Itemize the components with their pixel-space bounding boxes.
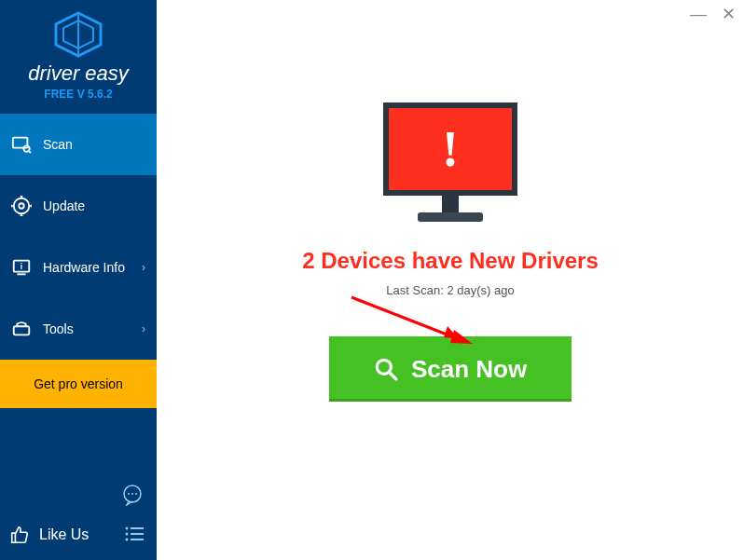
sidebar-item-label: Update [43,198,85,213]
menu-icon[interactable] [123,523,145,545]
hardware-icon: i [11,257,32,278]
headline-text: 2 Devices have New Drivers [302,248,599,274]
svg-point-18 [126,533,129,536]
svg-rect-9 [17,273,25,275]
tools-icon [11,319,32,339]
sidebar-bottom: Like Us [0,517,157,560]
svg-line-23 [389,372,396,379]
monitor-screen: ! [383,102,517,196]
svg-text:i: i [21,263,22,271]
scan-now-button[interactable]: Scan Now [329,336,572,402]
version-label: FREE V 5.6.2 [0,88,157,101]
monitor-base [418,212,483,222]
logo-area: driver easy FREE V 5.6.2 [0,0,157,114]
monitor-stand [442,196,459,212]
feedback-icon[interactable] [121,484,144,506]
brand-name: driver easy [0,61,157,86]
scan-button-label: Scan Now [411,355,527,384]
chevron-right-icon: › [142,261,145,274]
sidebar-item-update[interactable]: Update [0,175,157,237]
sidebar-item-label: Tools [43,321,74,336]
svg-point-13 [128,493,130,495]
sidebar: driver easy FREE V 5.6.2 Scan Update [0,0,157,560]
alert-monitor-icon: ! [383,102,517,222]
svg-point-14 [131,493,133,495]
minimize-button[interactable]: — [688,4,709,24]
scan-icon [11,134,32,155]
exclamation-icon: ! [442,124,459,174]
sidebar-item-label: Hardware Info [43,260,125,275]
get-pro-button[interactable]: Get pro version [0,360,157,408]
sidebar-item-hardware[interactable]: i Hardware Info › [0,237,157,298]
thumbs-up-icon [9,525,30,545]
app-logo-icon [52,11,104,58]
main-panel: — ✕ ! 2 Devices have New Drivers Last Sc… [157,0,744,560]
close-button[interactable]: ✕ [718,4,738,24]
svg-line-5 [29,151,31,153]
get-pro-label: Get pro version [34,376,123,391]
sidebar-item-label: Scan [43,137,73,152]
update-icon [11,196,32,216]
window-controls: — ✕ [688,4,738,24]
svg-point-7 [19,203,24,209]
sidebar-nav: Scan Update i Hardware Info › Too [0,114,157,360]
chevron-right-icon: › [142,322,145,335]
svg-line-24 [351,297,459,339]
search-icon [374,357,398,381]
sidebar-item-tools[interactable]: Tools › [0,298,157,360]
svg-point-15 [135,493,137,495]
svg-point-6 [14,198,30,214]
svg-rect-11 [14,326,30,335]
sidebar-item-scan[interactable]: Scan [0,114,157,175]
last-scan-text: Last Scan: 2 day(s) ago [386,283,514,297]
svg-point-16 [126,527,129,530]
like-us-label: Like Us [39,526,89,543]
svg-point-20 [126,539,129,541]
